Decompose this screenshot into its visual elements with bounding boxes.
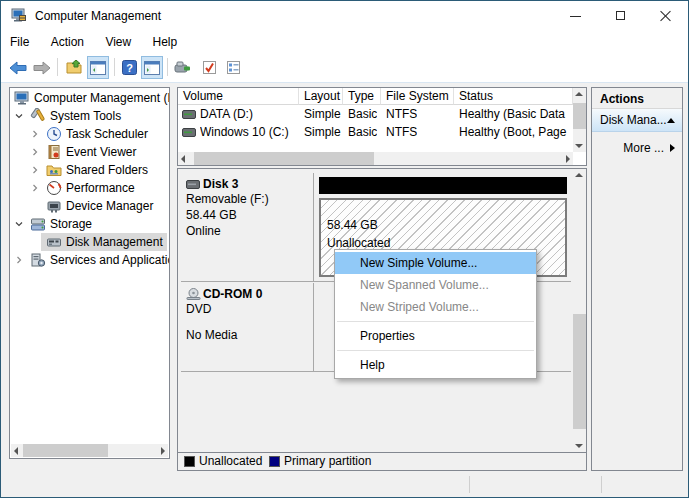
tree-item-device-manager[interactable]: Device Manager	[10, 197, 169, 215]
menu-item-help[interactable]: Help	[335, 354, 536, 376]
cdrom-0-info-cell[interactable]: CD-ROM 0 DVD No Media	[181, 283, 314, 371]
volume-name: DATA (D:)	[200, 105, 298, 123]
menu-item-new-simple-volume[interactable]: New Simple Volume...	[335, 252, 536, 274]
properties-check-button[interactable]	[198, 56, 220, 79]
help-button[interactable]: ?	[118, 56, 140, 79]
menu-help[interactable]: Help	[144, 31, 187, 53]
device-status-button[interactable]	[172, 56, 194, 79]
volume-status: Healthy (Basic Data	[459, 105, 572, 123]
tree-item-label: Task Scheduler	[66, 125, 148, 143]
menu-item-new-striped-volume: New Striped Volume...	[335, 296, 536, 318]
scroll-up-icon[interactable]	[575, 173, 583, 177]
column-header-type[interactable]: Type	[343, 88, 381, 105]
status-bar	[1, 472, 688, 497]
chevron-collapsed-icon[interactable]	[30, 165, 40, 175]
tree-item-shared-folders[interactable]: Shared Folders	[10, 161, 169, 179]
forward-icon	[33, 61, 51, 75]
title-bar[interactable]: Computer Management	[1, 1, 688, 31]
services-icon	[30, 252, 46, 268]
menu-action[interactable]: Action	[42, 31, 93, 53]
tree-item-performance[interactable]: Performance	[10, 179, 169, 197]
checklist-icon	[226, 60, 241, 75]
scrollbar-thumb[interactable]	[194, 152, 374, 165]
volume-type: Basic	[348, 123, 377, 141]
tree-item-task-scheduler[interactable]: Task Scheduler	[10, 125, 169, 143]
show-console-tree-icon	[90, 61, 106, 75]
tree-item-computer-management-root[interactable]: Computer Management (L	[10, 89, 169, 107]
scrollbar-thumb[interactable]	[573, 314, 586, 429]
volume-name: Windows 10 (C:)	[200, 123, 298, 141]
volume-drive-icon	[182, 128, 196, 137]
legend-primary-partition: Primary partition	[269, 453, 371, 470]
actions-more[interactable]: More ...	[592, 139, 682, 157]
tree-item-system-tools[interactable]: System Tools	[10, 107, 169, 125]
minimize-button[interactable]	[553, 1, 598, 31]
scroll-down-icon[interactable]	[575, 144, 583, 148]
svg-text:?: ?	[126, 62, 133, 74]
checklist-button[interactable]	[222, 56, 244, 79]
scroll-right-icon[interactable]	[161, 447, 165, 455]
submenu-arrow-icon	[670, 144, 675, 152]
status-bar-divider	[601, 476, 602, 493]
chevron-collapsed-icon[interactable]	[30, 129, 40, 139]
tree-item-storage[interactable]: Storage	[10, 215, 169, 233]
primary-partition-color-swatch	[269, 456, 280, 467]
tree-item-services-and-applications[interactable]: Services and Applicatio	[10, 251, 169, 269]
column-header-status[interactable]: Status	[454, 88, 573, 105]
tree-item-event-viewer[interactable]: Event Viewer	[10, 143, 169, 161]
chevron-expanded-icon[interactable]	[14, 111, 24, 121]
unallocated-header-strip[interactable]	[319, 177, 567, 194]
scrollbar-thumb[interactable]	[23, 444, 108, 457]
maximize-button[interactable]	[598, 1, 643, 31]
volume-row-windows-10-c[interactable]: Windows 10 (C:) Simple Basic NTFS Health…	[178, 123, 572, 141]
scroll-down-icon[interactable]	[575, 444, 583, 448]
scroll-left-icon[interactable]	[14, 447, 18, 455]
menu-item-properties[interactable]: Properties	[335, 325, 536, 347]
volume-layout: Simple	[304, 105, 341, 123]
properties-check-icon	[202, 60, 217, 75]
menu-separator	[337, 321, 534, 322]
menu-view[interactable]: View	[96, 31, 140, 53]
status-bar-divider	[469, 476, 470, 493]
menu-file[interactable]: File	[1, 31, 38, 53]
back-button[interactable]	[7, 56, 29, 79]
tree-item-disk-management[interactable]: Disk Management	[10, 233, 169, 251]
disk-3-info-cell[interactable]: Disk 3 Removable (F:) 58.44 GB Online	[181, 173, 314, 281]
tree-horizontal-scrollbar[interactable]	[11, 444, 168, 457]
volume-layout: Simple	[304, 123, 341, 141]
column-header-layout[interactable]: Layout	[299, 88, 343, 105]
show-action-pane-button[interactable]	[141, 56, 163, 79]
minimize-icon	[570, 16, 581, 17]
disk-view-vertical-scrollbar[interactable]	[573, 169, 586, 452]
scroll-right-icon[interactable]	[566, 155, 570, 163]
disk-management-icon	[46, 234, 62, 250]
disk-name: CD-ROM 0	[203, 287, 262, 301]
volume-list-horizontal-scrollbar[interactable]	[178, 152, 573, 165]
column-header-label: Type	[348, 89, 374, 103]
chevron-collapsed-icon[interactable]	[14, 255, 24, 265]
actions-group-disk-management[interactable]: Disk Mana...	[592, 109, 682, 132]
close-button[interactable]	[643, 1, 688, 31]
scroll-left-icon[interactable]	[181, 155, 185, 163]
column-header-volume[interactable]: Volume	[178, 88, 299, 105]
chevron-collapsed-icon[interactable]	[30, 183, 40, 193]
forward-button[interactable]	[31, 56, 53, 79]
column-header-label: Volume	[183, 89, 223, 103]
volume-list-vertical-scrollbar[interactable]	[573, 88, 586, 152]
scroll-up-icon[interactable]	[575, 92, 583, 96]
chevron-collapsed-icon[interactable]	[30, 147, 40, 157]
column-header-file-system[interactable]: File System	[381, 88, 454, 105]
volume-list-pane: Volume Layout Type File System Status DA…	[177, 87, 587, 166]
collapse-icon[interactable]	[667, 118, 675, 123]
disk-size: 58.44 GB	[186, 207, 309, 223]
unallocated-size: 58.44 GB	[327, 216, 390, 234]
computer-management-window: Computer Management File Action View Hel…	[0, 0, 689, 498]
show-console-tree-button[interactable]	[87, 56, 109, 79]
tree-item-label: Performance	[66, 179, 135, 197]
up-folder-button[interactable]	[63, 56, 85, 79]
back-icon	[9, 61, 27, 75]
volume-row-data-d[interactable]: DATA (D:) Simple Basic NTFS Healthy (Bas…	[178, 105, 572, 123]
scrollbar-thumb[interactable]	[573, 103, 586, 129]
maximize-icon	[616, 11, 625, 20]
chevron-expanded-icon[interactable]	[14, 219, 24, 229]
